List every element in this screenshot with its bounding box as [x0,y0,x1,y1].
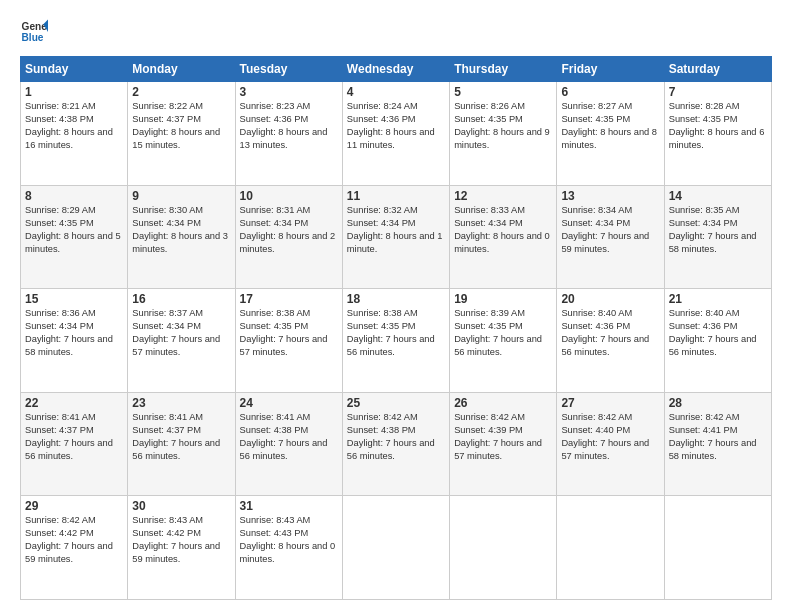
calendar-table: SundayMondayTuesdayWednesdayThursdayFrid… [20,56,772,600]
day-info: Sunrise: 8:24 AMSunset: 4:36 PMDaylight:… [347,100,445,152]
day-info: Sunrise: 8:23 AMSunset: 4:36 PMDaylight:… [240,100,338,152]
day-info: Sunrise: 8:38 AMSunset: 4:35 PMDaylight:… [240,307,338,359]
calendar-cell [664,496,771,600]
logo: General Blue [20,18,48,46]
calendar-cell: 14Sunrise: 8:35 AMSunset: 4:34 PMDayligh… [664,185,771,289]
day-info: Sunrise: 8:34 AMSunset: 4:34 PMDaylight:… [561,204,659,256]
day-info: Sunrise: 8:42 AMSunset: 4:42 PMDaylight:… [25,514,123,566]
calendar-cell: 26Sunrise: 8:42 AMSunset: 4:39 PMDayligh… [450,392,557,496]
day-number: 25 [347,396,445,410]
calendar-cell: 19Sunrise: 8:39 AMSunset: 4:35 PMDayligh… [450,289,557,393]
calendar-cell [557,496,664,600]
header: General Blue [20,18,772,46]
day-info: Sunrise: 8:31 AMSunset: 4:34 PMDaylight:… [240,204,338,256]
weekday-header: Thursday [450,57,557,82]
calendar-cell: 30Sunrise: 8:43 AMSunset: 4:42 PMDayligh… [128,496,235,600]
calendar-cell: 11Sunrise: 8:32 AMSunset: 4:34 PMDayligh… [342,185,449,289]
day-info: Sunrise: 8:30 AMSunset: 4:34 PMDaylight:… [132,204,230,256]
calendar-cell: 1Sunrise: 8:21 AMSunset: 4:38 PMDaylight… [21,82,128,186]
weekday-header: Sunday [21,57,128,82]
day-number: 9 [132,189,230,203]
calendar-cell: 27Sunrise: 8:42 AMSunset: 4:40 PMDayligh… [557,392,664,496]
calendar-cell: 25Sunrise: 8:42 AMSunset: 4:38 PMDayligh… [342,392,449,496]
day-number: 2 [132,85,230,99]
day-info: Sunrise: 8:36 AMSunset: 4:34 PMDaylight:… [25,307,123,359]
logo-icon: General Blue [20,18,48,46]
day-number: 5 [454,85,552,99]
calendar-cell: 12Sunrise: 8:33 AMSunset: 4:34 PMDayligh… [450,185,557,289]
day-number: 29 [25,499,123,513]
day-number: 16 [132,292,230,306]
day-info: Sunrise: 8:33 AMSunset: 4:34 PMDaylight:… [454,204,552,256]
calendar-cell: 17Sunrise: 8:38 AMSunset: 4:35 PMDayligh… [235,289,342,393]
calendar-week-row: 1Sunrise: 8:21 AMSunset: 4:38 PMDaylight… [21,82,772,186]
day-info: Sunrise: 8:40 AMSunset: 4:36 PMDaylight:… [669,307,767,359]
day-number: 10 [240,189,338,203]
calendar-cell: 13Sunrise: 8:34 AMSunset: 4:34 PMDayligh… [557,185,664,289]
calendar-cell: 22Sunrise: 8:41 AMSunset: 4:37 PMDayligh… [21,392,128,496]
calendar-cell: 31Sunrise: 8:43 AMSunset: 4:43 PMDayligh… [235,496,342,600]
day-number: 7 [669,85,767,99]
calendar-cell: 6Sunrise: 8:27 AMSunset: 4:35 PMDaylight… [557,82,664,186]
day-info: Sunrise: 8:40 AMSunset: 4:36 PMDaylight:… [561,307,659,359]
day-info: Sunrise: 8:42 AMSunset: 4:41 PMDaylight:… [669,411,767,463]
calendar-cell: 21Sunrise: 8:40 AMSunset: 4:36 PMDayligh… [664,289,771,393]
day-info: Sunrise: 8:42 AMSunset: 4:40 PMDaylight:… [561,411,659,463]
weekday-header: Tuesday [235,57,342,82]
weekday-header: Wednesday [342,57,449,82]
day-info: Sunrise: 8:29 AMSunset: 4:35 PMDaylight:… [25,204,123,256]
day-number: 18 [347,292,445,306]
day-number: 12 [454,189,552,203]
day-info: Sunrise: 8:21 AMSunset: 4:38 PMDaylight:… [25,100,123,152]
day-info: Sunrise: 8:27 AMSunset: 4:35 PMDaylight:… [561,100,659,152]
day-info: Sunrise: 8:38 AMSunset: 4:35 PMDaylight:… [347,307,445,359]
day-number: 21 [669,292,767,306]
calendar-cell: 28Sunrise: 8:42 AMSunset: 4:41 PMDayligh… [664,392,771,496]
day-number: 24 [240,396,338,410]
calendar-cell: 20Sunrise: 8:40 AMSunset: 4:36 PMDayligh… [557,289,664,393]
day-number: 27 [561,396,659,410]
day-number: 20 [561,292,659,306]
day-number: 11 [347,189,445,203]
day-number: 3 [240,85,338,99]
calendar-cell: 9Sunrise: 8:30 AMSunset: 4:34 PMDaylight… [128,185,235,289]
day-number: 23 [132,396,230,410]
page: General Blue SundayMondayTuesdayWednesda… [0,0,792,612]
day-number: 4 [347,85,445,99]
day-number: 31 [240,499,338,513]
day-number: 22 [25,396,123,410]
calendar-week-row: 29Sunrise: 8:42 AMSunset: 4:42 PMDayligh… [21,496,772,600]
calendar-week-row: 8Sunrise: 8:29 AMSunset: 4:35 PMDaylight… [21,185,772,289]
calendar-cell: 5Sunrise: 8:26 AMSunset: 4:35 PMDaylight… [450,82,557,186]
day-number: 6 [561,85,659,99]
day-number: 1 [25,85,123,99]
calendar-cell: 16Sunrise: 8:37 AMSunset: 4:34 PMDayligh… [128,289,235,393]
day-info: Sunrise: 8:41 AMSunset: 4:37 PMDaylight:… [132,411,230,463]
day-info: Sunrise: 8:35 AMSunset: 4:34 PMDaylight:… [669,204,767,256]
calendar-week-row: 15Sunrise: 8:36 AMSunset: 4:34 PMDayligh… [21,289,772,393]
day-number: 14 [669,189,767,203]
calendar-cell: 24Sunrise: 8:41 AMSunset: 4:38 PMDayligh… [235,392,342,496]
day-number: 30 [132,499,230,513]
calendar-header-row: SundayMondayTuesdayWednesdayThursdayFrid… [21,57,772,82]
calendar-cell: 3Sunrise: 8:23 AMSunset: 4:36 PMDaylight… [235,82,342,186]
day-info: Sunrise: 8:28 AMSunset: 4:35 PMDaylight:… [669,100,767,152]
calendar-cell: 2Sunrise: 8:22 AMSunset: 4:37 PMDaylight… [128,82,235,186]
weekday-header: Monday [128,57,235,82]
day-info: Sunrise: 8:43 AMSunset: 4:43 PMDaylight:… [240,514,338,566]
calendar-cell: 8Sunrise: 8:29 AMSunset: 4:35 PMDaylight… [21,185,128,289]
day-info: Sunrise: 8:22 AMSunset: 4:37 PMDaylight:… [132,100,230,152]
svg-text:General: General [22,21,48,32]
calendar-cell: 15Sunrise: 8:36 AMSunset: 4:34 PMDayligh… [21,289,128,393]
day-info: Sunrise: 8:41 AMSunset: 4:37 PMDaylight:… [25,411,123,463]
calendar-cell [450,496,557,600]
calendar-cell: 10Sunrise: 8:31 AMSunset: 4:34 PMDayligh… [235,185,342,289]
day-info: Sunrise: 8:42 AMSunset: 4:39 PMDaylight:… [454,411,552,463]
day-number: 26 [454,396,552,410]
day-number: 15 [25,292,123,306]
day-number: 8 [25,189,123,203]
day-info: Sunrise: 8:26 AMSunset: 4:35 PMDaylight:… [454,100,552,152]
calendar-cell: 4Sunrise: 8:24 AMSunset: 4:36 PMDaylight… [342,82,449,186]
calendar-cell: 23Sunrise: 8:41 AMSunset: 4:37 PMDayligh… [128,392,235,496]
day-info: Sunrise: 8:42 AMSunset: 4:38 PMDaylight:… [347,411,445,463]
